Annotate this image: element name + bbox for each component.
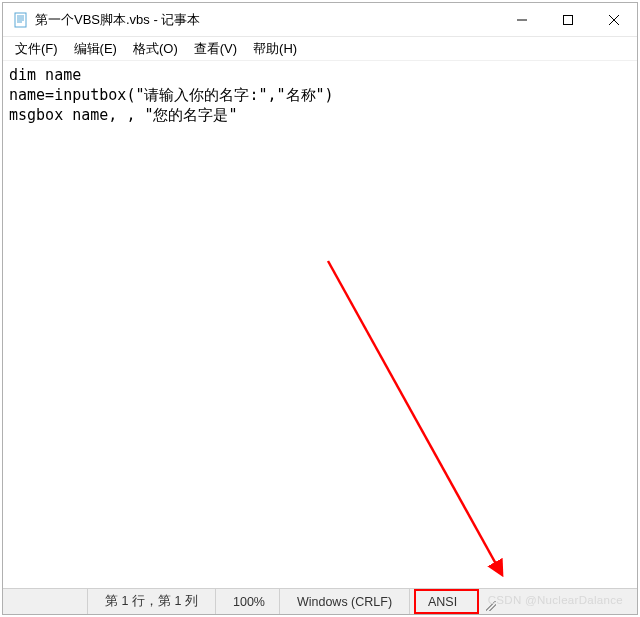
menubar: 文件(F) 编辑(E) 格式(O) 查看(V) 帮助(H) — [3, 37, 637, 61]
status-encoding: ANSI — [409, 589, 481, 614]
menu-help[interactable]: 帮助(H) — [245, 38, 305, 60]
close-button[interactable] — [591, 3, 637, 36]
svg-rect-6 — [564, 15, 573, 24]
minimize-button[interactable] — [499, 3, 545, 36]
status-encoding-label: ANSI — [428, 595, 457, 609]
titlebar[interactable]: 第一个VBS脚本.vbs - 记事本 — [3, 3, 637, 37]
maximize-button[interactable] — [545, 3, 591, 36]
status-eol: Windows (CRLF) — [279, 589, 409, 614]
watermark: CSDN @NuclearDalance — [488, 594, 623, 606]
menu-view[interactable]: 查看(V) — [186, 38, 245, 60]
status-position: 第 1 行，第 1 列 — [87, 589, 215, 614]
menu-edit[interactable]: 编辑(E) — [66, 38, 125, 60]
window-title: 第一个VBS脚本.vbs - 记事本 — [35, 11, 499, 29]
window-controls — [499, 3, 637, 36]
status-spacer — [3, 589, 87, 614]
menu-file[interactable]: 文件(F) — [7, 38, 66, 60]
app-icon — [13, 12, 29, 28]
menu-format[interactable]: 格式(O) — [125, 38, 186, 60]
notepad-window: 第一个VBS脚本.vbs - 记事本 文件(F) 编辑(E) 格式(O) 查看(… — [2, 2, 638, 615]
status-zoom: 100% — [215, 589, 279, 614]
editor-area[interactable]: dim name name=inputbox("请输入你的名字:","名称") … — [3, 61, 637, 588]
